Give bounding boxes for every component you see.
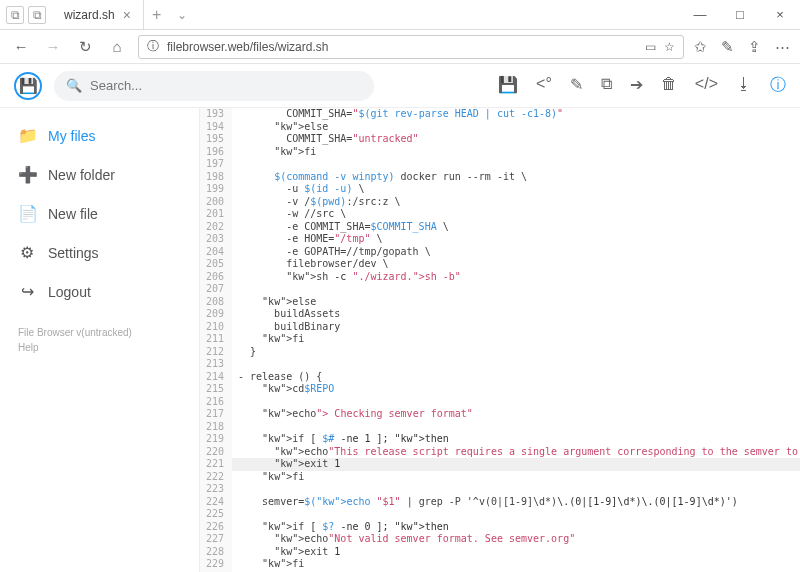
code-line[interactable]: 229 "kw">fi xyxy=(200,558,800,571)
code-line[interactable]: 215 "kw">cd $REPO xyxy=(200,383,800,396)
code-line[interactable]: 203 -e HOME="/tmp" \ xyxy=(200,233,800,246)
code-line[interactable]: 193 COMMIT_SHA="$(git rev-parse HEAD | c… xyxy=(200,108,800,121)
search-icon: 🔍 xyxy=(66,78,82,93)
code-line[interactable]: 227 "kw">echo "Not valid semver format. … xyxy=(200,533,800,546)
delete-icon[interactable]: 🗑 xyxy=(661,75,677,96)
code-line[interactable]: 195 COMMIT_SHA="untracked" xyxy=(200,133,800,146)
code-line[interactable]: 214- release () { xyxy=(200,371,800,384)
minimize-button[interactable]: — xyxy=(680,0,720,29)
code-line[interactable]: 225 xyxy=(200,508,800,521)
code-line[interactable]: 194 "kw">else xyxy=(200,121,800,134)
line-content: "kw">else xyxy=(232,296,316,309)
app-logo[interactable]: 💾 xyxy=(14,72,42,100)
sidebar-item-my-files[interactable]: 📁My files xyxy=(0,116,199,155)
line-content xyxy=(232,358,238,371)
forward-button[interactable]: → xyxy=(42,38,64,55)
refresh-button[interactable]: ↻ xyxy=(74,38,96,56)
app-toolbar: 💾 🔍 Search... 💾 <° ✎ ⧉ ➔ 🗑 </> ⭳ ⓘ xyxy=(0,64,800,108)
close-tab-icon[interactable]: × xyxy=(123,7,131,23)
code-line[interactable]: 207 xyxy=(200,283,800,296)
download-icon[interactable]: ⭳ xyxy=(736,75,752,96)
favorites-icon[interactable]: ✩ xyxy=(694,38,707,56)
copy-icon[interactable]: ⧉ xyxy=(601,75,612,96)
home-button[interactable]: ⌂ xyxy=(106,38,128,55)
line-number: 214 xyxy=(200,371,232,384)
line-number: 206 xyxy=(200,271,232,284)
tab-controls: ⧉ ⧉ xyxy=(0,0,52,29)
code-line[interactable]: 210 buildBinary xyxy=(200,321,800,334)
code-line[interactable]: 201 -w //src \ xyxy=(200,208,800,221)
line-number: 196 xyxy=(200,146,232,159)
sidebar-icon: 📁 xyxy=(18,126,36,145)
move-icon[interactable]: ➔ xyxy=(630,75,643,96)
maximize-button[interactable]: □ xyxy=(720,0,760,29)
line-content: COMMIT_SHA="$(git rev-parse HEAD | cut -… xyxy=(232,108,563,121)
code-line[interactable]: 212 } xyxy=(200,346,800,359)
code-line[interactable]: 209 buildAssets xyxy=(200,308,800,321)
line-number: 202 xyxy=(200,221,232,234)
code-line[interactable]: 199 -u $(id -u) \ xyxy=(200,183,800,196)
sidebar-item-settings[interactable]: ⚙Settings xyxy=(0,233,199,272)
code-line[interactable]: 217 "kw">echo "> Checking semver format" xyxy=(200,408,800,421)
sidebar-item-new-folder[interactable]: ➕New folder xyxy=(0,155,199,194)
code-line[interactable]: 200 -v /$(pwd):/src:z \ xyxy=(200,196,800,209)
sidebar-item-logout[interactable]: ↪Logout xyxy=(0,272,199,311)
search-placeholder: Search... xyxy=(90,78,142,93)
share-page-icon[interactable]: ⇪ xyxy=(748,38,761,56)
info-icon[interactable]: ⓘ xyxy=(770,75,786,96)
code-line[interactable]: 219 "kw">if [ $# -ne 1 ]; "kw">then xyxy=(200,433,800,446)
code-line[interactable]: 224 semver=$("kw">echo "$1" | grep -P '^… xyxy=(200,496,800,509)
tab-list-icon[interactable]: ⧉ xyxy=(28,6,46,24)
site-info-icon[interactable]: ⓘ xyxy=(147,38,159,55)
more-icon[interactable]: ⋯ xyxy=(775,38,790,56)
line-content xyxy=(232,483,238,496)
new-tab-button[interactable]: + xyxy=(144,0,169,29)
code-line[interactable]: 208 "kw">else xyxy=(200,296,800,309)
notes-icon[interactable]: ✎ xyxy=(721,38,734,56)
code-line[interactable]: 196 "kw">fi xyxy=(200,146,800,159)
code-line[interactable]: 198 $(command -v winpty) docker run --rm… xyxy=(200,171,800,184)
code-line[interactable]: 228 "kw">exit 1 xyxy=(200,546,800,559)
code-line[interactable]: 216 xyxy=(200,396,800,409)
line-content xyxy=(232,283,238,296)
code-line[interactable]: 205 filebrowser/dev \ xyxy=(200,258,800,271)
code-line[interactable]: 202 -e COMMIT_SHA=$COMMIT_SHA \ xyxy=(200,221,800,234)
code-line[interactable]: 220 "kw">echo "This release script requi… xyxy=(200,446,800,459)
line-number: 208 xyxy=(200,296,232,309)
code-line[interactable]: 204 -e GOPATH=//tmp/gopath \ xyxy=(200,246,800,259)
line-number: 227 xyxy=(200,533,232,546)
code-line[interactable]: 197 xyxy=(200,158,800,171)
code-line[interactable]: 218 xyxy=(200,421,800,434)
line-number: 222 xyxy=(200,471,232,484)
reader-icon[interactable]: ▭ xyxy=(645,40,656,54)
close-window-button[interactable]: × xyxy=(760,0,800,29)
line-content: "kw">if xyxy=(232,521,304,534)
search-input[interactable]: 🔍 Search... xyxy=(54,71,374,101)
code-editor[interactable]: 193 COMMIT_SHA="$(git rev-parse HEAD | c… xyxy=(200,108,800,572)
code-line[interactable]: 213 xyxy=(200,358,800,371)
favorite-icon[interactable]: ☆ xyxy=(664,40,675,54)
code-line[interactable]: 211 "kw">fi xyxy=(200,333,800,346)
code-icon[interactable]: </> xyxy=(695,75,718,96)
code-line[interactable]: 206 "kw">sh -c "./wizard.">sh -b" xyxy=(200,271,800,284)
url-input[interactable]: ⓘ filebrowser.web/files/wizard.sh ▭ ☆ xyxy=(138,35,684,59)
code-line[interactable]: 222 "kw">fi xyxy=(200,471,800,484)
help-link[interactable]: Help xyxy=(18,340,181,355)
edit-icon[interactable]: ✎ xyxy=(570,75,583,96)
code-line[interactable]: 226 "kw">if [ $? -ne 0 ]; "kw">then xyxy=(200,521,800,534)
line-number: 200 xyxy=(200,196,232,209)
tab-chevron-icon[interactable]: ⌄ xyxy=(169,0,195,29)
line-number: 210 xyxy=(200,321,232,334)
save-icon[interactable]: 💾 xyxy=(498,75,518,96)
code-line[interactable]: 221 "kw">exit 1 xyxy=(200,458,800,471)
browser-tab[interactable]: wizard.sh × xyxy=(52,0,144,29)
line-content: buildAssets xyxy=(232,308,340,321)
share-icon[interactable]: <° xyxy=(536,75,552,96)
code-line[interactable]: 223 xyxy=(200,483,800,496)
line-number: 217 xyxy=(200,408,232,421)
sidebar-item-new-file[interactable]: 📄New file xyxy=(0,194,199,233)
tab-prev-icon[interactable]: ⧉ xyxy=(6,6,24,24)
tab-title: wizard.sh xyxy=(64,8,115,22)
back-button[interactable]: ← xyxy=(10,38,32,55)
line-number: 207 xyxy=(200,283,232,296)
